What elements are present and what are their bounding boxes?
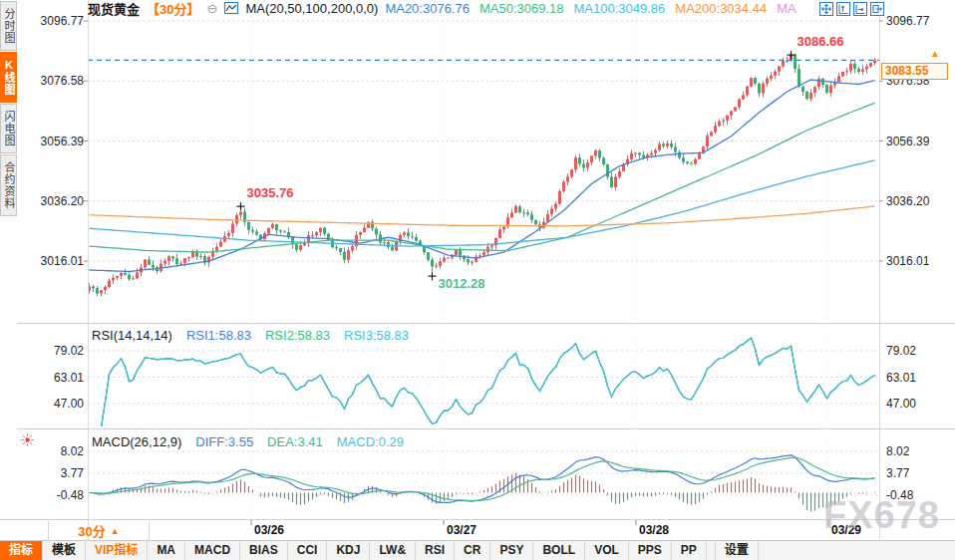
toolbar-button-bias[interactable]: BIAS xyxy=(240,541,288,560)
macd-value-0: DIFF:3.55 xyxy=(195,434,253,449)
svg-text:3035.76: 3035.76 xyxy=(247,185,294,200)
svg-text:63.01: 63.01 xyxy=(886,371,916,385)
macd-values: DIFF:3.55DEA:3.41MACD:0.29 xyxy=(195,434,404,449)
macd-value-2: MACD:0.29 xyxy=(337,434,404,449)
tab-flash-chart[interactable]: 闪电图 xyxy=(0,104,17,153)
macd-histogram xyxy=(90,473,875,512)
svg-text:3.77: 3.77 xyxy=(886,466,910,480)
svg-text:79.02: 79.02 xyxy=(886,344,916,358)
ma-value-0: MA20:3076.76 xyxy=(385,1,470,16)
price-up-arrow-icon: ▲ xyxy=(930,48,940,59)
date-label-03/28: 03/28 xyxy=(639,523,669,537)
fit-horizontal-axis-icon[interactable] xyxy=(853,2,867,16)
toolbar-button-vip-indicator[interactable]: VIP指标 xyxy=(86,541,148,560)
interval-tag: 【30分】 xyxy=(147,0,199,18)
toolbar-button-psy[interactable]: PSY xyxy=(490,541,533,560)
ma-line-MA100 xyxy=(90,160,875,246)
chart-tool-icons xyxy=(819,2,884,16)
svg-text:79.02: 79.02 xyxy=(54,344,84,358)
toolbar-button-ma[interactable]: MA xyxy=(148,541,185,560)
ma-params-label: MA(20,50,100,200,0,0) xyxy=(245,1,378,16)
svg-text:3076.58: 3076.58 xyxy=(41,74,85,88)
ma-line-MA50 xyxy=(90,103,875,252)
indicator-toolbar: 指标模板VIP指标MAMACDBIASCCIKDJLW&RSICRPSYBOLL… xyxy=(0,540,955,560)
tab-kline-chart[interactable]: K线图 xyxy=(0,52,17,103)
toolbar-button-cr[interactable]: CR xyxy=(455,541,490,560)
toolbar-button-kdj[interactable]: KDJ xyxy=(327,541,370,560)
toolbar-button-settings[interactable]: 设置 xyxy=(715,541,759,560)
svg-text:3096.77: 3096.77 xyxy=(886,14,930,28)
ma-value-2: MA100:3049.86 xyxy=(574,1,666,16)
symbol-title: 现货黄金 xyxy=(88,0,140,18)
ma-values: MA20:3076.76MA50:3069.18MA100:3049.86MA2… xyxy=(385,1,796,16)
svg-text:3096.77: 3096.77 xyxy=(41,14,85,28)
ma-line-MA200 xyxy=(90,206,875,226)
ma-value-3: MA200:3034.44 xyxy=(675,1,767,16)
interval-label: 30分 xyxy=(78,521,105,540)
ma-value-1: MA50:3069.18 xyxy=(479,1,564,16)
tab-time-share-chart[interactable]: 分时图 xyxy=(0,1,17,51)
last-price-tag: 3083.55 xyxy=(881,63,948,80)
rsi-value-2: RSI3:58.83 xyxy=(344,328,409,343)
macd-dea-line xyxy=(90,457,875,500)
tab-contract-info[interactable]: 合约资料 xyxy=(0,154,17,216)
svg-text:47.00: 47.00 xyxy=(54,397,84,411)
trading-app-window: 3096.773096.773076.583076.583056.393056.… xyxy=(0,0,955,560)
chart-canvas[interactable]: 3096.773096.773076.583076.583056.393056.… xyxy=(0,0,955,560)
svg-text:8.02: 8.02 xyxy=(61,444,85,458)
svg-text:3012.28: 3012.28 xyxy=(439,276,485,291)
svg-text:3016.01: 3016.01 xyxy=(886,254,930,268)
annotation-3012.28: 3012.28 xyxy=(429,272,485,291)
svg-text:47.00: 47.00 xyxy=(886,397,916,411)
rsi3-line xyxy=(98,338,875,481)
svg-text:3086.66: 3086.66 xyxy=(797,34,844,49)
toolbar-button-macd[interactable]: MACD xyxy=(185,541,240,560)
rsi-values: RSI1:58.83RSI2:58.83RSI3:58.83 xyxy=(186,328,409,343)
toolbar-button-vol[interactable]: VOL xyxy=(585,541,629,560)
toolbar-button-indicator[interactable]: 指标 xyxy=(0,541,43,560)
macd-settings-sun-icon[interactable] xyxy=(21,433,34,446)
date-label-03/27: 03/27 xyxy=(447,523,477,537)
collapse-indicator-icon[interactable]: ⊖ xyxy=(206,1,217,16)
sidebar-chart-type-tabs: 分时图K线图闪电图合约资料 xyxy=(0,1,17,217)
svg-text:-0.48: -0.48 xyxy=(886,488,914,502)
svg-text:3.77: 3.77 xyxy=(61,466,85,480)
toolbar-button-rsi[interactable]: RSI xyxy=(416,541,455,560)
indicator-chart-icon[interactable] xyxy=(224,2,238,14)
svg-text:-0.48: -0.48 xyxy=(57,488,85,502)
toolbar-button-cci[interactable]: CCI xyxy=(288,541,328,560)
pan-right-icon[interactable] xyxy=(870,2,884,16)
annotation-3035.76: 3035.76 xyxy=(237,185,294,210)
macd-title: MACD(26,12,9) xyxy=(92,434,181,449)
rsi-value-0: RSI1:58.83 xyxy=(186,328,251,343)
interval-cell[interactable]: 30分 ▲ xyxy=(48,521,150,540)
toolbar-button-pps[interactable]: PPS xyxy=(629,541,672,560)
macd-panel-header: MACD(26,12,9) DIFF:3.55DEA:3.41MACD:0.29 xyxy=(92,434,404,449)
macd-value-1: DEA:3.41 xyxy=(267,434,323,449)
svg-text:3056.39: 3056.39 xyxy=(41,135,85,148)
ma-value-4: MA xyxy=(777,1,796,16)
interval-up-icon: ▲ xyxy=(111,526,120,536)
rsi-value-1: RSI2:58.83 xyxy=(265,328,330,343)
date-label-03/26: 03/26 xyxy=(254,523,284,537)
chart-header: 现货黄金 【30分】 ⊖ MA(20,50,100,200,0,0) MA20:… xyxy=(88,0,796,16)
move-tool-icon[interactable] xyxy=(819,2,833,16)
toolbar-button-pp[interactable]: PP xyxy=(672,541,707,560)
svg-text:8.02: 8.02 xyxy=(886,444,910,458)
toolbar-button-boll[interactable]: BOLL xyxy=(533,541,585,560)
rsi-title: RSI(14,14,14) xyxy=(92,328,172,343)
date-label-03/29: 03/29 xyxy=(831,523,861,537)
candlestick-series xyxy=(88,51,876,296)
svg-text:3036.20: 3036.20 xyxy=(41,194,85,208)
svg-text:3056.39: 3056.39 xyxy=(886,135,930,148)
fit-vertical-axis-icon[interactable] xyxy=(836,2,850,16)
svg-text:3016.01: 3016.01 xyxy=(41,254,85,268)
rsi-panel-header: RSI(14,14,14) RSI1:58.83RSI2:58.83RSI3:5… xyxy=(92,328,409,343)
svg-text:63.01: 63.01 xyxy=(54,371,84,385)
svg-text:3036.20: 3036.20 xyxy=(886,194,930,208)
toolbar-button-template[interactable]: 模板 xyxy=(43,541,86,560)
toolbar-button-lw[interactable]: LW& xyxy=(370,541,416,560)
ma-line-MA20 xyxy=(90,80,875,271)
